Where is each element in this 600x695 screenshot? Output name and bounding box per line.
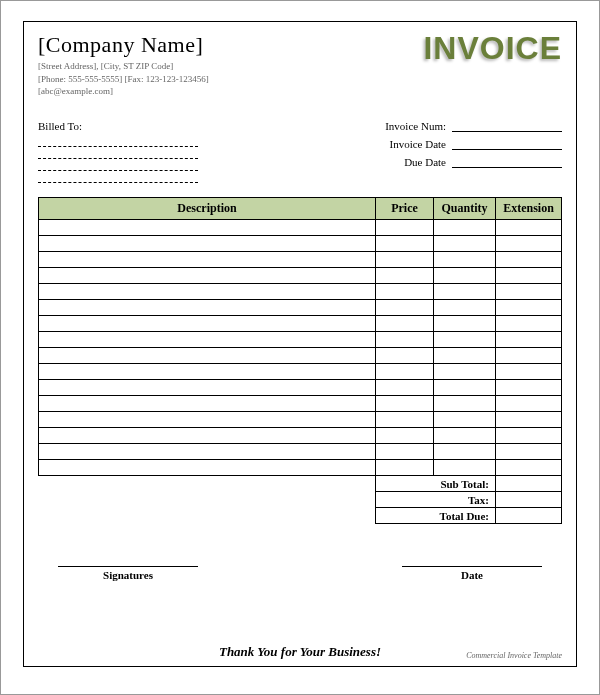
table-cell[interactable] (39, 379, 376, 395)
table-cell[interactable] (376, 267, 434, 283)
table-cell[interactable] (434, 363, 496, 379)
company-block: [Company Name] [Street Address], [City, … (38, 32, 209, 98)
table-cell[interactable] (376, 395, 434, 411)
table-cell[interactable] (434, 411, 496, 427)
items-table: Description Price Quantity Extension (38, 197, 562, 476)
table-row (39, 459, 562, 475)
invoice-meta-block: Invoice Num: Invoice Date Due Date (282, 120, 562, 183)
table-cell[interactable] (376, 219, 434, 235)
table-cell[interactable] (496, 331, 562, 347)
totals-table: Sub Total: Tax: Total Due: (375, 476, 562, 525)
table-cell[interactable] (434, 299, 496, 315)
invoice-page: [Company Name] [Street Address], [City, … (23, 21, 577, 667)
document-canvas: [Company Name] [Street Address], [City, … (0, 0, 600, 695)
table-cell[interactable] (496, 347, 562, 363)
signature-label: Signatures (58, 566, 198, 581)
table-cell[interactable] (496, 459, 562, 475)
table-cell[interactable] (496, 411, 562, 427)
billed-to-line[interactable] (38, 159, 198, 171)
table-cell[interactable] (376, 427, 434, 443)
table-cell[interactable] (496, 395, 562, 411)
invoice-num-row: Invoice Num: (282, 120, 562, 132)
table-cell[interactable] (434, 443, 496, 459)
company-email: [abc@example.com] (38, 85, 209, 98)
table-cell[interactable] (39, 315, 376, 331)
invoice-num-field[interactable] (452, 120, 562, 132)
table-cell[interactable] (434, 235, 496, 251)
subtotal-row: Sub Total: (376, 476, 562, 492)
col-quantity-header: Quantity (434, 197, 496, 219)
table-cell[interactable] (376, 363, 434, 379)
table-cell[interactable] (39, 411, 376, 427)
invoice-date-field[interactable] (452, 138, 562, 150)
info-row: Billed To: Invoice Num: Invoice Date Due… (38, 120, 562, 183)
table-cell[interactable] (39, 395, 376, 411)
table-cell[interactable] (376, 235, 434, 251)
table-cell[interactable] (39, 235, 376, 251)
invoice-title: INVOICE (423, 30, 562, 67)
table-cell[interactable] (376, 411, 434, 427)
table-cell[interactable] (434, 427, 496, 443)
table-cell[interactable] (434, 331, 496, 347)
tax-value[interactable] (496, 492, 562, 508)
table-cell[interactable] (496, 283, 562, 299)
due-date-field[interactable] (452, 156, 562, 168)
col-description-header: Description (39, 197, 376, 219)
table-cell[interactable] (496, 427, 562, 443)
table-row (39, 363, 562, 379)
billed-to-line[interactable] (38, 147, 198, 159)
subtotal-value[interactable] (496, 476, 562, 492)
table-cell[interactable] (376, 347, 434, 363)
table-cell[interactable] (39, 331, 376, 347)
invoice-date-label: Invoice Date (390, 138, 453, 150)
table-cell[interactable] (434, 251, 496, 267)
company-address: [Street Address], [City, ST ZIP Code] (38, 60, 209, 73)
table-cell[interactable] (376, 251, 434, 267)
table-cell[interactable] (376, 315, 434, 331)
table-cell[interactable] (434, 459, 496, 475)
table-cell[interactable] (434, 395, 496, 411)
table-cell[interactable] (376, 283, 434, 299)
due-date-label: Due Date (404, 156, 452, 168)
table-cell[interactable] (496, 315, 562, 331)
total-due-value[interactable] (496, 508, 562, 524)
table-cell[interactable] (39, 283, 376, 299)
table-cell[interactable] (376, 443, 434, 459)
table-cell[interactable] (39, 459, 376, 475)
table-cell[interactable] (496, 251, 562, 267)
table-cell[interactable] (434, 379, 496, 395)
table-cell[interactable] (434, 283, 496, 299)
table-cell[interactable] (496, 267, 562, 283)
table-cell[interactable] (376, 459, 434, 475)
table-cell[interactable] (376, 379, 434, 395)
table-cell[interactable] (434, 267, 496, 283)
table-cell[interactable] (496, 299, 562, 315)
table-cell[interactable] (434, 219, 496, 235)
table-cell[interactable] (496, 363, 562, 379)
table-row (39, 267, 562, 283)
table-cell[interactable] (434, 315, 496, 331)
billed-to-line[interactable] (38, 135, 198, 147)
table-cell[interactable] (434, 347, 496, 363)
table-cell[interactable] (39, 427, 376, 443)
table-cell[interactable] (376, 299, 434, 315)
table-cell[interactable] (39, 251, 376, 267)
table-cell[interactable] (496, 235, 562, 251)
table-cell[interactable] (39, 299, 376, 315)
table-row (39, 427, 562, 443)
table-cell[interactable] (39, 347, 376, 363)
table-cell[interactable] (496, 379, 562, 395)
table-cell[interactable] (376, 331, 434, 347)
table-cell[interactable] (39, 219, 376, 235)
billed-to-line[interactable] (38, 171, 198, 183)
table-cell[interactable] (39, 267, 376, 283)
table-cell[interactable] (39, 363, 376, 379)
date-label: Date (402, 566, 542, 581)
table-row (39, 283, 562, 299)
table-cell[interactable] (496, 443, 562, 459)
invoice-date-row: Invoice Date (282, 138, 562, 150)
total-due-row: Total Due: (376, 508, 562, 524)
company-name: [Company Name] (38, 32, 209, 58)
table-cell[interactable] (39, 443, 376, 459)
table-cell[interactable] (496, 219, 562, 235)
